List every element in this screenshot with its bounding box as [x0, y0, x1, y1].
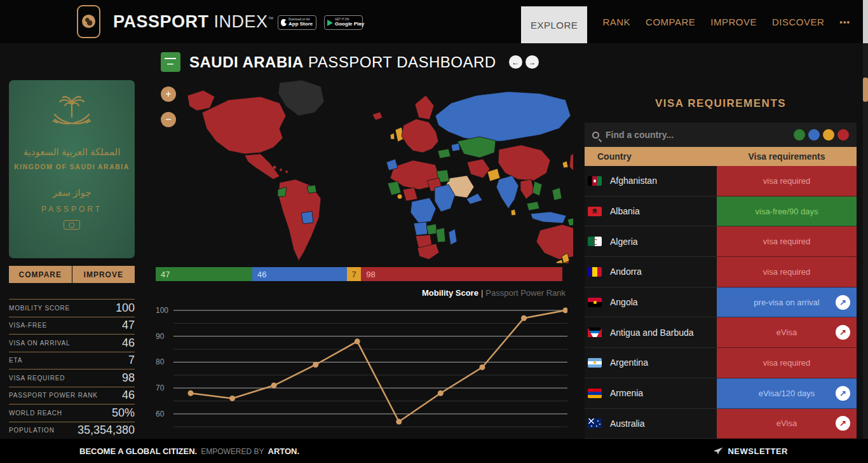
google-play-bottom: Google Play — [335, 22, 364, 27]
stat-label: MOBILITY SCORE — [9, 305, 70, 312]
page-title: SAUDI ARABIA PASSPORT DASHBOARD — [189, 53, 496, 71]
brand-light: INDEX — [214, 12, 268, 31]
filter-dot-visa-on-arrival[interactable] — [808, 129, 820, 141]
country-cell[interactable]: Australia — [585, 409, 717, 439]
app-store-badge[interactable]: Download on theApp Store — [278, 15, 316, 30]
country-cell[interactable]: Angola — [585, 287, 717, 318]
stat-label: WORLD REACH — [9, 410, 62, 417]
prev-country-button[interactable]: ← — [509, 55, 522, 69]
cover-kingdom-text: KINGDOM OF SAUDI ARABIA — [14, 163, 130, 170]
cover-arabic-title: المملكة العربية السعودية — [24, 146, 121, 158]
bar-segment-eta[interactable]: 7 — [347, 267, 362, 281]
stat-population: POPULATION35,354,380 — [9, 422, 135, 439]
visa-status-cell[interactable]: eVisa↗ — [717, 317, 857, 348]
passport-index-logo[interactable] — [77, 5, 100, 38]
country-name: Australia — [610, 418, 644, 429]
stat-world-reach: WORLD REACH50% — [9, 404, 135, 422]
visa-status: visa required — [763, 237, 810, 246]
stat-visa-required: VISA REQUIRED98 — [9, 369, 135, 387]
albania-flag-icon — [588, 207, 602, 216]
country-cell[interactable]: Armenia — [585, 378, 717, 409]
external-link-icon[interactable]: ↗ — [836, 386, 850, 401]
svg-text:50: 50 — [156, 436, 165, 438]
column-country: Country — [585, 147, 717, 166]
country-cell[interactable]: Antigua and Barbuda — [585, 317, 717, 348]
external-link-icon[interactable]: ↗ — [836, 295, 850, 310]
app-store-bottom: App Store — [288, 22, 313, 27]
country-cell[interactable]: Albania — [585, 197, 717, 227]
nav-improve[interactable]: IMPROVE — [710, 17, 757, 27]
nav-compare[interactable]: COMPARE — [646, 17, 695, 27]
saudi-arabia-flag-icon — [161, 52, 180, 72]
footer-become-global-citizen: BECOME A GLOBAL CITIZEN. — [79, 446, 197, 456]
visa-status-cell[interactable]: eVisa↗ — [717, 409, 857, 439]
google-play-badge[interactable]: GET IT ONGoogle Play — [324, 15, 363, 30]
next-country-button[interactable]: → — [526, 55, 539, 69]
world-map[interactable] — [184, 78, 573, 263]
country-cell[interactable]: Algeria — [585, 226, 717, 257]
filter-dot-eta[interactable] — [823, 129, 834, 141]
biometric-passport-icon — [64, 220, 80, 230]
legend-mobility-score[interactable]: Mobility Score — [422, 288, 478, 298]
bar-segment-visa-free[interactable]: 47 — [156, 267, 252, 281]
legend-divider: | — [481, 288, 483, 298]
country-name: Albania — [610, 206, 640, 216]
nav-explore[interactable]: EXPLORE — [521, 6, 587, 43]
algeria-flag-icon — [588, 237, 602, 246]
improve-button[interactable]: IMPROVE — [72, 266, 135, 283]
country-search-bar — [585, 123, 857, 147]
country-cell[interactable]: Argentina — [585, 348, 717, 378]
visa-table-header: Country Visa requirements — [585, 147, 857, 166]
external-link-icon[interactable]: ↗ — [836, 416, 850, 431]
visa-status-cell[interactable]: visa required↗ — [717, 257, 857, 287]
stat-label: POPULATION — [9, 427, 55, 434]
andorra-flag-icon — [588, 267, 602, 277]
globe-icon — [82, 15, 95, 28]
bar-segment-visa-on-arrival[interactable]: 46 — [252, 267, 347, 281]
visa-status: visa required — [763, 358, 810, 368]
country-name: Antigua and Barbuda — [610, 328, 694, 338]
argentina-flag-icon — [588, 358, 602, 368]
visa-status-cell[interactable]: pre-visa on arrival↗ — [717, 287, 857, 318]
page-scrollbar-track[interactable] — [863, 0, 868, 463]
afghanistan-flag-icon — [588, 176, 602, 186]
table-row-albania: Albania visa-free/90 days↗ — [585, 197, 857, 227]
visa-status: visa required — [763, 176, 810, 186]
stat-value: 47 — [122, 319, 135, 332]
nav-rank[interactable]: RANK — [602, 17, 630, 27]
map-zoom-out-button[interactable]: − — [161, 112, 176, 127]
external-link-icon[interactable]: ↗ — [836, 325, 850, 340]
compare-button[interactable]: COMPARE — [9, 266, 72, 283]
footer: BECOME A GLOBAL CITIZEN.EMPOWERED BYARTO… — [0, 439, 868, 463]
visa-status-cell[interactable]: visa required↗ — [717, 166, 857, 197]
page-title-rest: PASSPORT DASHBOARD — [308, 53, 496, 71]
newsletter-button[interactable]: NEWSLETTER — [713, 446, 788, 456]
search-input[interactable] — [606, 130, 794, 140]
stat-visa-on-arrival: VISA ON ARRIVAL46 — [9, 334, 135, 352]
page-scrollbar-thumb[interactable] — [863, 78, 868, 102]
antigua-and-barbuda-flag-icon — [588, 328, 602, 337]
visa-distribution-bar: 47 46 7 98 — [156, 267, 562, 281]
visa-status-cell[interactable]: visa required↗ — [717, 226, 857, 257]
nav-discover[interactable]: DISCOVER — [772, 17, 824, 27]
filter-dot-visa-required[interactable] — [837, 129, 849, 141]
country-cell[interactable]: Afghanistan — [585, 166, 717, 197]
visa-status-cell[interactable]: visa-free/90 days↗ — [717, 197, 857, 227]
visa-status: eVisa — [776, 418, 797, 428]
table-row-argentina: Argentina visa required↗ — [585, 348, 857, 378]
brand-title: PASSPORT INDEX™ — [113, 12, 274, 32]
stat-value: 100 — [116, 301, 135, 315]
map-zoom-in-button[interactable]: + — [161, 86, 176, 102]
visa-status-cell[interactable]: visa required↗ — [717, 348, 857, 378]
filter-dot-visa-free[interactable] — [794, 129, 805, 141]
visa-status: visa-free/90 days — [756, 207, 818, 216]
footer-arton-link[interactable]: ARTON. — [268, 446, 300, 456]
country-cell[interactable]: Andorra — [585, 257, 717, 287]
visa-status-cell[interactable]: eVisa/120 days↗ — [717, 378, 857, 409]
visa-status: visa required — [763, 267, 810, 277]
stat-mobility-score: MOBILITY SCORE100 — [9, 299, 135, 317]
legend-passport-power-rank[interactable]: Passport Power Rank — [485, 288, 566, 298]
saudi-emblem-icon — [47, 95, 97, 136]
bar-segment-visa-required[interactable]: 98 — [361, 267, 562, 281]
nav-more-menu[interactable]: ••• — [839, 17, 850, 27]
